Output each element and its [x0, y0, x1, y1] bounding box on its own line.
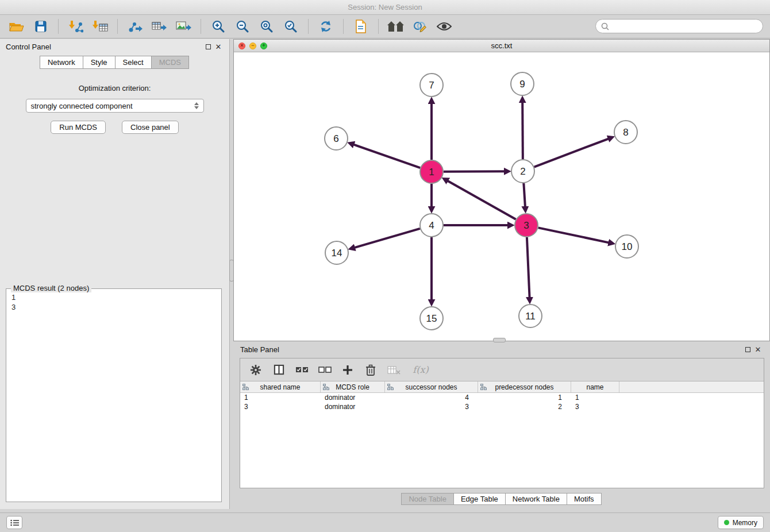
network-table-splitter-handle[interactable]: [493, 338, 506, 342]
cell-shared-name[interactable]: 3: [240, 402, 321, 411]
mcds-result-list[interactable]: 1 3: [6, 289, 221, 315]
graph-node-8[interactable]: 8: [614, 121, 637, 144]
copy-view-button[interactable]: [350, 17, 372, 36]
zoom-fit-button[interactable]: [256, 17, 278, 36]
unselect-all-columns-button[interactable]: [316, 361, 333, 379]
column-tree-icon: [242, 384, 249, 392]
cell-name[interactable]: 3: [571, 402, 619, 411]
cell-successor-nodes[interactable]: 4: [385, 393, 478, 402]
control-panel: Control Panel ✕ Network Style Select MCD…: [0, 39, 230, 509]
window-minimize-icon[interactable]: −: [249, 43, 256, 49]
cell-predecessor-nodes[interactable]: 1: [478, 393, 571, 402]
graph-node-11[interactable]: 11: [519, 304, 542, 327]
search-input[interactable]: [612, 22, 757, 30]
graph-node-15[interactable]: 15: [420, 307, 443, 330]
cell-mcds-role[interactable]: dominator: [321, 402, 385, 411]
optimization-criterion-value: strongly connected component: [31, 102, 133, 110]
column-header-predecessor-nodes[interactable]: predecessor nodes: [478, 381, 571, 392]
control-panel-close-button[interactable]: ✕: [213, 41, 224, 52]
window-zoom-icon[interactable]: +: [260, 43, 267, 49]
graph-edge-3-11[interactable]: [527, 237, 530, 298]
optimization-criterion-select[interactable]: strongly connected component: [26, 99, 204, 113]
export-table-button[interactable]: [148, 17, 170, 36]
tab-node-table[interactable]: Node Table: [401, 493, 454, 505]
table-panel-float-button[interactable]: [742, 344, 753, 354]
tab-motifs[interactable]: Motifs: [567, 493, 602, 505]
graph-edge-2-8[interactable]: [534, 138, 609, 167]
tab-network[interactable]: Network: [40, 56, 83, 69]
zoom-out-button[interactable]: [232, 17, 253, 36]
memory-button[interactable]: Memory: [718, 516, 764, 529]
tab-style[interactable]: Style: [83, 56, 116, 69]
select-all-columns-button[interactable]: [293, 361, 310, 379]
tab-mcds[interactable]: MCDS: [151, 56, 189, 69]
close-icon: ✕: [755, 345, 761, 354]
run-mcds-button[interactable]: Run MCDS: [51, 121, 106, 134]
search-box[interactable]: [595, 19, 763, 33]
function-builder-button[interactable]: f(x): [408, 361, 433, 379]
import-table-button[interactable]: [89, 17, 111, 36]
table-row[interactable]: 3 dominator 3 2 3: [240, 402, 764, 411]
tab-edge-table[interactable]: Edge Table: [453, 493, 506, 505]
zoom-selected-button[interactable]: [280, 17, 302, 36]
cell-successor-nodes[interactable]: 3: [385, 402, 478, 411]
network-window-titlebar[interactable]: scc.txt × − +: [234, 40, 769, 52]
tab-select[interactable]: Select: [115, 56, 152, 69]
create-column-button[interactable]: [339, 361, 356, 379]
table-panel-close-button[interactable]: ✕: [753, 344, 763, 354]
graph-edge-3-10[interactable]: [538, 228, 610, 242]
mcds-result-item[interactable]: 1: [11, 292, 216, 302]
graph-node-14[interactable]: 14: [325, 241, 348, 264]
network-overview-button[interactable]: [385, 17, 407, 36]
table-settings-button[interactable]: [247, 361, 264, 379]
graph-edge-3-1[interactable]: [447, 180, 516, 219]
fx-icon: f(x): [413, 364, 428, 375]
cell-name[interactable]: 1: [571, 393, 619, 402]
table-row[interactable]: 1 dominator 4 1 1: [240, 393, 764, 402]
graph-node-2[interactable]: 2: [511, 160, 534, 183]
window-close-icon[interactable]: ×: [238, 43, 245, 49]
export-image-icon: [176, 20, 191, 33]
column-tree-icon: [480, 384, 487, 392]
graph-node-3[interactable]: 3: [515, 214, 538, 237]
task-history-button[interactable]: [6, 516, 22, 529]
column-header-mcds-role[interactable]: MCDS role: [321, 381, 385, 392]
cell-predecessor-nodes[interactable]: 2: [478, 402, 571, 411]
import-network-button[interactable]: [65, 17, 87, 36]
graph-node-4[interactable]: 4: [420, 214, 443, 237]
graph-edge-1-6[interactable]: [353, 144, 420, 168]
network-canvas[interactable]: 7968124314101511: [234, 52, 769, 341]
show-hide-button[interactable]: [433, 17, 455, 36]
control-panel-title: Control Panel: [6, 43, 51, 51]
show-columns-button[interactable]: [270, 361, 287, 379]
save-session-button[interactable]: [30, 17, 52, 36]
control-panel-float-button[interactable]: [203, 41, 213, 52]
column-header-name[interactable]: name: [571, 381, 619, 392]
graph-edge-2-3[interactable]: [523, 183, 525, 207]
export-image-button[interactable]: [172, 17, 194, 36]
column-header-shared-name[interactable]: shared name: [240, 381, 321, 392]
graph-node-9[interactable]: 9: [511, 72, 534, 95]
graph-edge-1-2[interactable]: [444, 171, 505, 172]
cell-shared-name[interactable]: 1: [240, 393, 321, 402]
graph-edge-4-14[interactable]: [354, 229, 420, 248]
delete-table-button[interactable]: [385, 361, 402, 379]
tab-network-table[interactable]: Network Table: [505, 493, 567, 505]
graph-node-7[interactable]: 7: [420, 74, 443, 97]
mcds-result-item[interactable]: 3: [11, 302, 216, 312]
graph-node-1[interactable]: 1: [420, 160, 443, 183]
mcds-result-group: MCDS result (2 nodes) 1 3: [6, 288, 222, 502]
graph-node-10[interactable]: 10: [615, 235, 638, 258]
zoom-in-button[interactable]: [207, 17, 229, 36]
open-file-button[interactable]: [6, 17, 28, 36]
export-network-button[interactable]: [124, 17, 146, 36]
close-panel-button[interactable]: Close panel: [122, 121, 179, 134]
refresh-button[interactable]: [315, 17, 337, 36]
dropdown-stepper-icon: [194, 102, 199, 109]
column-header-successor-nodes[interactable]: successor nodes: [385, 381, 478, 392]
delete-column-button[interactable]: [362, 361, 379, 379]
graph-edge-2-9[interactable]: [522, 102, 523, 159]
cell-mcds-role[interactable]: dominator: [321, 393, 385, 402]
apply-style-button[interactable]: [409, 17, 431, 36]
graph-node-6[interactable]: 6: [325, 127, 348, 150]
